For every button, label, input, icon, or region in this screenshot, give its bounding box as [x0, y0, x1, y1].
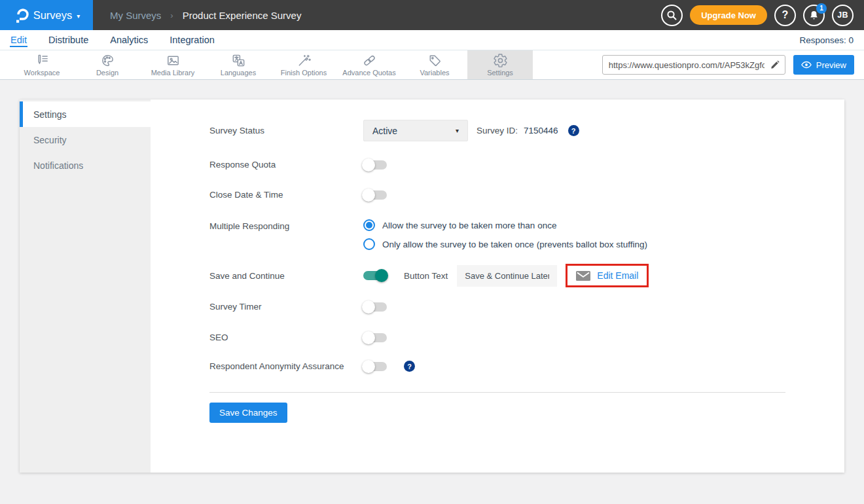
surveys-menu-label: Surveys: [33, 9, 73, 22]
chain-link-icon: [362, 53, 377, 68]
settings-sidebar: Settings Security Notifications: [20, 99, 151, 473]
user-avatar[interactable]: JB: [832, 5, 854, 26]
toolbar-item-finish-options[interactable]: Finish Options: [271, 50, 336, 79]
survey-id-label: Survey ID:: [477, 126, 518, 135]
edit-url-pencil-icon[interactable]: [768, 60, 785, 70]
save-and-continue-row: Save and Continue Button Text Edit Email: [209, 264, 785, 287]
caret-down-icon: ▾: [456, 127, 459, 134]
response-quota-toggle[interactable]: [363, 160, 387, 170]
sidebar-item-settings[interactable]: Settings: [20, 101, 151, 127]
radio-selected-icon: [363, 219, 375, 231]
save-changes-button[interactable]: Save Changes: [209, 403, 287, 423]
page-background: Settings Security Notifications Survey S…: [0, 80, 864, 504]
envelope-icon: [576, 271, 590, 281]
search-icon: [666, 10, 677, 21]
notifications-button[interactable]: 1: [803, 5, 825, 26]
survey-id-value: 7150446: [524, 126, 558, 135]
edit-toolbar: Workspace Design Media Library Languages…: [0, 50, 864, 80]
survey-id-help-icon[interactable]: ?: [568, 125, 579, 136]
toolbar-right: Preview: [602, 50, 864, 79]
radio-unselected-icon: [363, 238, 375, 250]
survey-url-box: [602, 55, 785, 75]
questionpro-logo-icon: [13, 7, 29, 24]
toolbar-item-settings[interactable]: Settings: [467, 50, 533, 79]
save-and-continue-label: Save and Continue: [209, 271, 363, 281]
section-tabs: Edit Distribute Analytics Integration Re…: [0, 30, 864, 50]
eye-icon: [801, 61, 812, 69]
seo-row: SEO: [209, 333, 785, 342]
respondent-anonymity-toggle[interactable]: [363, 362, 387, 371]
topbar-actions: Upgrade Now ? 1 JB: [661, 5, 864, 26]
survey-status-value: Active: [372, 126, 397, 136]
palette-icon: [100, 53, 115, 68]
respondent-anonymity-help-icon[interactable]: ?: [404, 361, 415, 372]
edit-email-highlight-box: Edit Email: [566, 264, 649, 287]
responses-count: Responses: 0: [799, 35, 864, 45]
toolbar-item-advance-quotas[interactable]: Advance Quotas: [336, 50, 402, 79]
translate-icon: [231, 53, 246, 68]
survey-timer-label: Survey Timer: [209, 302, 363, 312]
tab-integration[interactable]: Integration: [169, 32, 215, 48]
response-quota-row: Response Quota: [209, 160, 785, 170]
upgrade-now-button[interactable]: Upgrade Now: [690, 5, 767, 25]
magic-wand-icon: [297, 53, 312, 68]
toolbar-item-workspace[interactable]: Workspace: [9, 50, 75, 79]
settings-card: Settings Security Notifications Survey S…: [20, 99, 844, 473]
tab-edit[interactable]: Edit: [10, 32, 27, 48]
caret-down-icon: ▾: [77, 12, 80, 20]
response-quota-label: Response Quota: [209, 160, 363, 170]
toolbar-item-media-library[interactable]: Media Library: [140, 50, 206, 79]
respondent-anonymity-row: Respondent Anonymity Assurance ?: [209, 361, 785, 372]
close-date-label: Close Date & Time: [209, 190, 363, 200]
seo-label: SEO: [209, 333, 363, 342]
close-date-toggle[interactable]: [363, 190, 387, 200]
question-mark-icon: ?: [782, 9, 789, 21]
gear-icon: [493, 53, 508, 68]
toolbar-item-languages[interactable]: Languages: [206, 50, 271, 79]
toolbar-item-design[interactable]: Design: [75, 50, 140, 79]
survey-status-select[interactable]: Active ▾: [363, 120, 468, 141]
seo-toggle[interactable]: [363, 333, 387, 342]
preview-button[interactable]: Preview: [793, 55, 854, 75]
breadcrumb-survey-title: Product Experience Survey: [183, 10, 302, 21]
radio-allow-once[interactable]: Only allow the survey to be taken once (…: [363, 238, 785, 250]
survey-timer-toggle[interactable]: [363, 302, 387, 312]
help-button[interactable]: ?: [774, 5, 796, 26]
survey-status-label: Survey Status: [209, 126, 363, 135]
button-text-label: Button Text: [404, 271, 448, 281]
workspace-icon: [35, 53, 50, 68]
survey-timer-row: Survey Timer: [209, 302, 785, 312]
multiple-responding-row: Multiple Responding Allow the survey to …: [209, 219, 785, 250]
tab-distribute[interactable]: Distribute: [48, 32, 89, 48]
multiple-responding-options: Allow the survey to be taken more than o…: [363, 219, 785, 250]
chevron-right-icon: ›: [170, 10, 173, 20]
settings-main: Survey Status Active ▾ Survey ID: 715044…: [151, 99, 844, 473]
breadcrumb: My Surveys › Product Experience Survey: [110, 10, 301, 21]
survey-status-row: Survey Status Active ▾ Survey ID: 715044…: [209, 120, 785, 141]
button-text-input[interactable]: [457, 265, 557, 287]
breadcrumb-my-surveys[interactable]: My Surveys: [110, 10, 161, 21]
edit-email-link[interactable]: Edit Email: [597, 270, 638, 281]
toolbar-item-variables[interactable]: Variables: [402, 50, 467, 79]
surveys-menu[interactable]: Surveys ▾: [0, 0, 93, 30]
image-icon: [166, 53, 181, 68]
avatar-initials: JB: [837, 10, 848, 20]
close-date-row: Close Date & Time: [209, 190, 785, 200]
multiple-responding-label: Multiple Responding: [209, 221, 363, 231]
tab-analytics[interactable]: Analytics: [109, 32, 149, 48]
notification-count-badge: 1: [816, 3, 827, 14]
top-bar: Surveys ▾ My Surveys › Product Experienc…: [0, 0, 864, 30]
respondent-anonymity-label: Respondent Anonymity Assurance: [209, 361, 363, 371]
radio-allow-multiple[interactable]: Allow the survey to be taken more than o…: [363, 219, 785, 231]
sidebar-item-security[interactable]: Security: [20, 127, 151, 153]
sidebar-item-notifications[interactable]: Notifications: [20, 153, 151, 178]
tag-icon: [427, 53, 442, 68]
bottom-divider: [209, 392, 785, 393]
survey-url-input[interactable]: [603, 60, 768, 70]
search-button[interactable]: [661, 5, 683, 26]
save-and-continue-toggle[interactable]: [363, 271, 387, 280]
